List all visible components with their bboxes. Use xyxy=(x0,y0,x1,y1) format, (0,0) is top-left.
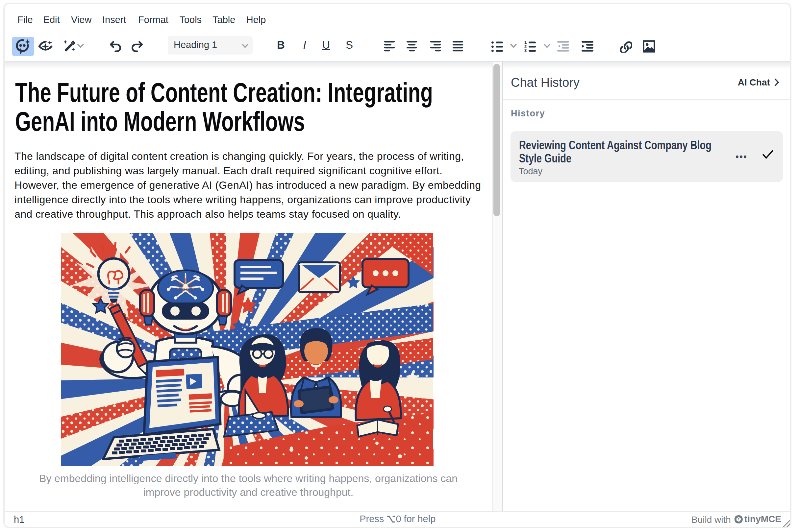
svg-text:3: 3 xyxy=(524,48,527,52)
